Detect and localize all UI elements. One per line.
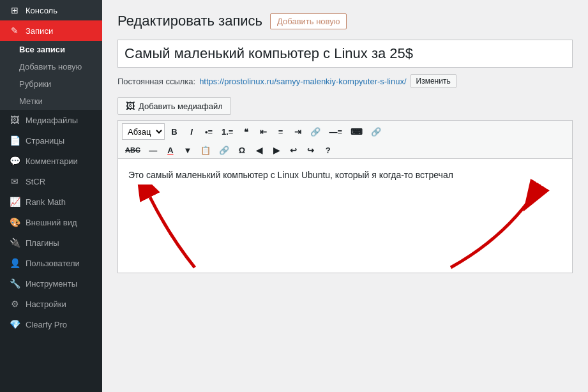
sidebar: ⊞ Консоль ✎ Записи Все записи Добавить н… [0,0,102,392]
users-icon: 👤 [9,258,20,268]
align-center-button[interactable]: ≡ [273,126,288,138]
sidebar-item-stranicy[interactable]: 📄 Страницы [0,130,102,151]
sidebar-item-dobavit[interactable]: Добавить новую [0,58,102,75]
sidebar-item-vse-zapisi[interactable]: Все записи [0,41,102,58]
strikethrough-button[interactable]: ABC [122,145,144,156]
hr-button[interactable]: — [146,144,161,156]
permalink-url[interactable]: https://prostolinux.ru/samyy-malenkiy-ko… [199,77,406,86]
permalink-label: Постоянная ссылка: [117,77,195,86]
remove-link-button[interactable]: 🔗 [216,144,232,156]
text-color-button[interactable]: A [163,144,178,156]
color-dropdown-button[interactable]: ▼ [180,144,195,156]
main-content: Редактировать запись Добавить новую Пост… [102,0,588,392]
ol-button[interactable]: 1.≡ [218,126,236,138]
settings-icon: ⚙ [9,299,20,309]
page-header: Редактировать запись Добавить новую [117,13,573,29]
bold-button[interactable]: B [167,126,182,138]
add-media-icon: 🖼 [126,101,135,111]
editor-content: Это самый маленький компьютер с Linux Ub… [128,168,562,182]
sidebar-item-zapisi[interactable]: ✎ Записи [0,20,102,41]
sidebar-item-instrumenty[interactable]: 🔧 Инструменты [0,273,102,294]
page-title: Редактировать запись [117,13,262,29]
annotation-arrows [118,178,572,273]
sidebar-item-rubriki[interactable]: Рубрики [0,75,102,93]
align-right-button[interactable]: ⇥ [290,126,305,138]
link-button[interactable]: 🔗 [307,126,324,138]
media-icon: 🖼 [9,115,20,125]
appearance-icon: 🎨 [9,217,20,227]
right-arrow-svg [432,172,559,273]
blockquote-button[interactable]: ❝ [238,126,253,138]
italic-button[interactable]: I [184,126,199,138]
redo-button[interactable]: ↪ [303,144,319,156]
special-char-button[interactable]: Ω [234,144,250,156]
plugins-icon: 🔌 [9,237,20,248]
sidebar-item-plaginy[interactable]: 🔌 Плагины [0,232,102,253]
posts-icon: ✎ [9,26,20,36]
sidebar-item-vneshniy[interactable]: 🎨 Внешний вид [0,212,102,232]
tools-icon: 🔧 [9,278,20,289]
sidebar-item-metki[interactable]: Метки [0,93,102,110]
sidebar-item-konsol[interactable]: ⊞ Консоль [0,0,102,20]
outdent-button[interactable]: ◀ [252,144,267,156]
stcr-icon: ✉ [9,176,20,186]
post-title-input[interactable] [117,40,573,68]
sidebar-item-rankmath[interactable]: 📈 Rank Math [0,192,102,212]
editor-body[interactable]: Это самый маленький компьютер с Linux Ub… [117,158,573,273]
zapisi-submenu: Все записи Добавить новую Рубрики Метки [0,41,102,110]
permalink-bar: Постоянная ссылка: https://prostolinux.r… [117,74,573,88]
more-button[interactable]: —≡ [326,126,345,138]
sidebar-item-clearfypro[interactable]: 💎 Clearfy Pro [0,314,102,335]
help-button[interactable]: ? [320,144,336,156]
clearfy-icon: 💎 [9,319,20,329]
add-media-button[interactable]: 🖼 Добавить медиафайл [117,97,231,115]
fullscreen-button[interactable]: ⌨ [347,126,366,138]
paste-text-button[interactable]: 📋 [197,144,214,156]
sidebar-item-polzovateli[interactable]: 👤 Пользователи [0,253,102,273]
left-arrow-svg [137,185,214,273]
indent-button[interactable]: ▶ [269,144,284,156]
sidebar-item-stcr[interactable]: ✉ StCR [0,171,102,192]
rankmath-icon: 📈 [9,197,20,207]
align-left-button[interactable]: ⇤ [255,126,271,138]
undo-button[interactable]: ↩ [286,144,301,156]
dashboard-icon: ⊞ [9,5,20,15]
ul-button[interactable]: •≡ [201,126,216,138]
toolbar-toggle-button[interactable]: 🔗 [368,126,384,138]
sidebar-item-nastroyki[interactable]: ⚙ Настройки [0,294,102,314]
paragraph-select[interactable]: Абзац [122,123,165,140]
editor-toolbar-row2: ABC — A ▼ 📋 🔗 Ω ◀ ▶ ↩ ↪ ? [117,142,573,158]
sidebar-item-mediafaily[interactable]: 🖼 Медиафайлы [0,110,102,130]
editor-toolbar-row1: Абзац B I •≡ 1.≡ ❝ ⇤ ≡ ⇥ 🔗 —≡ ⌨ 🔗 [117,120,573,142]
add-new-button[interactable]: Добавить новую [270,13,347,29]
change-permalink-button[interactable]: Изменить [411,74,456,88]
sidebar-item-kommentarii[interactable]: 💬 Комментарии [0,151,102,171]
comments-icon: 💬 [9,156,20,166]
pages-icon: 📄 [9,135,20,146]
